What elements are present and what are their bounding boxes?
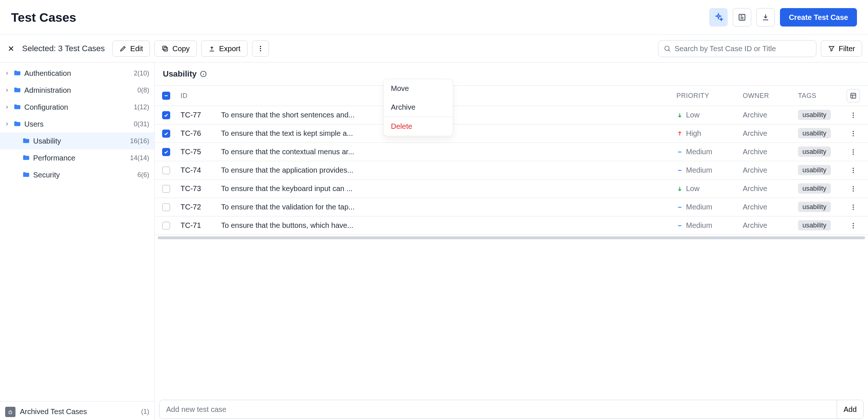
- dropdown-archive[interactable]: Archive: [384, 98, 453, 117]
- info-icon[interactable]: [200, 70, 207, 78]
- row-checkbox[interactable]: [162, 185, 170, 193]
- svg-point-17: [853, 153, 854, 155]
- sidebar-folder-security[interactable]: Security6(6): [0, 166, 154, 183]
- svg-point-29: [853, 227, 854, 228]
- column-header-priority[interactable]: PRIORITY: [676, 92, 743, 100]
- row-more-button[interactable]: [850, 204, 857, 211]
- svg-point-3: [260, 46, 261, 47]
- row-checkbox[interactable]: [162, 111, 170, 119]
- row-owner: Archive: [743, 111, 798, 119]
- column-header-tags[interactable]: TAGS: [798, 92, 846, 100]
- sidebar-folder-users[interactable]: Users0(31): [0, 116, 154, 133]
- table-wrapper: Move Archive Delete ID PRIORITY OWNER TA…: [155, 85, 868, 239]
- table-row[interactable]: TC-76To ensure that the text is kept sim…: [155, 124, 868, 143]
- dropdown-delete[interactable]: Delete: [384, 117, 453, 136]
- svg-rect-8: [851, 93, 855, 98]
- copy-button[interactable]: Copy: [154, 40, 197, 57]
- table-header: ID PRIORITY OWNER TAGS: [155, 85, 868, 106]
- folder-name: Users: [24, 120, 132, 128]
- row-id: TC-71: [181, 221, 221, 230]
- selected-count-label: Selected: 3 Test Cases: [22, 44, 105, 53]
- search-input[interactable]: [675, 45, 811, 53]
- row-title: To ensure that the buttons, which have..…: [221, 221, 676, 230]
- sidebar-folder-authentication[interactable]: Authentication2(10): [0, 65, 154, 82]
- search-box[interactable]: [658, 40, 816, 57]
- more-actions-button[interactable]: [252, 40, 269, 57]
- folder-name: Performance: [33, 154, 128, 162]
- svg-rect-2: [162, 46, 166, 50]
- row-more-button[interactable]: [850, 222, 857, 229]
- filter-button[interactable]: Filter: [821, 40, 862, 57]
- row-tag: usability: [798, 220, 831, 230]
- export-button[interactable]: Export: [201, 40, 248, 57]
- import-button[interactable]: [733, 8, 751, 27]
- add-button[interactable]: Add: [837, 400, 863, 419]
- row-id: TC-77: [181, 111, 221, 119]
- folder-count: 0(8): [137, 87, 149, 94]
- ai-sparkle-button[interactable]: [709, 8, 728, 27]
- svg-rect-1: [164, 47, 168, 51]
- row-checkbox[interactable]: [162, 203, 170, 211]
- create-test-case-button[interactable]: Create Test Case: [780, 8, 857, 27]
- row-owner: Archive: [743, 148, 798, 156]
- row-id: TC-72: [181, 203, 221, 211]
- row-id: TC-76: [181, 129, 221, 138]
- row-title: To ensure that the keyboard input can ..…: [221, 184, 676, 193]
- table-row[interactable]: TC-73To ensure that the keyboard input c…: [155, 180, 868, 198]
- table-row[interactable]: TC-75To ensure that the contextual menus…: [155, 143, 868, 161]
- row-more-button[interactable]: [850, 112, 857, 119]
- row-priority: Medium: [676, 166, 743, 174]
- chevron-right-icon: [4, 71, 10, 76]
- row-checkbox[interactable]: [162, 148, 170, 156]
- svg-point-4: [260, 48, 261, 49]
- svg-point-5: [260, 50, 261, 51]
- table-row[interactable]: TC-71To ensure that the buttons, which h…: [155, 216, 868, 235]
- sidebar: Authentication2(10)Administration0(8)Con…: [0, 63, 155, 420]
- clear-selection-button[interactable]: [6, 43, 16, 54]
- table-row[interactable]: TC-74To ensure that the application prov…: [155, 161, 868, 180]
- folder-count: 1(12): [134, 103, 149, 111]
- row-more-button[interactable]: [850, 148, 857, 156]
- archive-icon: [5, 407, 15, 417]
- svg-point-20: [853, 172, 854, 173]
- priority-icon: [676, 204, 683, 211]
- dropdown-move[interactable]: Move: [384, 79, 453, 98]
- table-row[interactable]: TC-72To ensure that the validation for t…: [155, 198, 868, 216]
- row-more-button[interactable]: [850, 130, 857, 137]
- column-header-owner[interactable]: OWNER: [743, 92, 798, 100]
- row-id: TC-73: [181, 184, 221, 193]
- sidebar-folder-usability[interactable]: Usability16(16): [0, 133, 154, 149]
- folder-icon: [13, 86, 22, 94]
- row-owner: Archive: [743, 166, 798, 174]
- column-settings-button[interactable]: [847, 89, 860, 102]
- svg-point-18: [853, 167, 854, 169]
- svg-point-11: [853, 117, 854, 118]
- row-priority: Medium: [676, 148, 743, 156]
- add-test-case-input[interactable]: [160, 400, 837, 419]
- row-priority: Medium: [676, 221, 743, 230]
- search-icon: [664, 45, 671, 53]
- edit-button[interactable]: Edit: [112, 40, 150, 57]
- svg-point-14: [853, 135, 854, 136]
- row-priority: Low: [676, 111, 743, 119]
- table-row[interactable]: TC-77To ensure that the short sentences …: [155, 106, 868, 124]
- row-checkbox[interactable]: [162, 166, 170, 174]
- horizontal-scrollbar[interactable]: [158, 236, 865, 239]
- archived-test-cases-row[interactable]: Archived Test Cases (1): [0, 401, 154, 420]
- folder-count: 0(31): [134, 120, 149, 128]
- select-all-checkbox[interactable]: [162, 92, 170, 100]
- svg-point-22: [853, 188, 854, 189]
- sidebar-folder-performance[interactable]: Performance14(14): [0, 149, 154, 166]
- row-checkbox[interactable]: [162, 130, 170, 138]
- sidebar-folder-administration[interactable]: Administration0(8): [0, 82, 154, 99]
- row-checkbox[interactable]: [162, 222, 170, 230]
- copy-label: Copy: [172, 45, 190, 53]
- sidebar-folder-configuration[interactable]: Configuration1(12): [0, 99, 154, 116]
- download-button[interactable]: [756, 8, 775, 27]
- column-header-id[interactable]: ID: [181, 92, 221, 100]
- folder-icon: [13, 120, 22, 128]
- row-more-button[interactable]: [850, 167, 857, 174]
- row-tag: usability: [798, 128, 831, 138]
- folder-name: Configuration: [24, 103, 132, 112]
- row-more-button[interactable]: [850, 185, 857, 193]
